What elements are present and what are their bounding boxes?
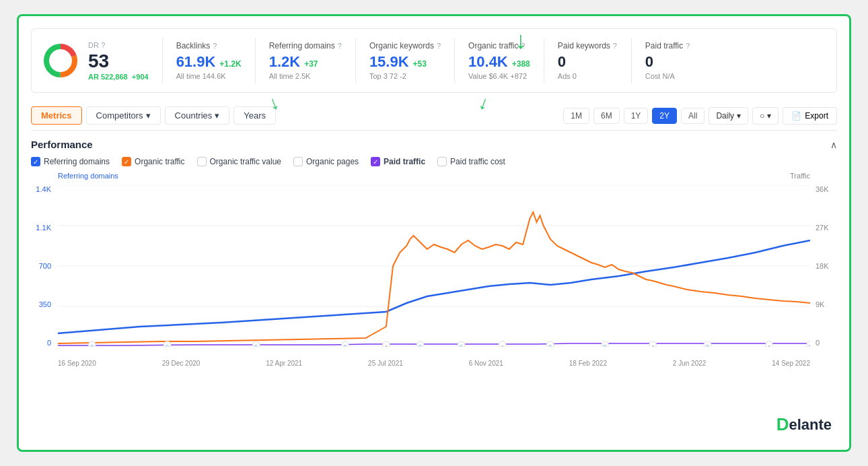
event-label: G (809, 344, 810, 347)
dr-ar-change: +904 (132, 73, 149, 81)
x-label-dec2020: 29 Dec 2020 (162, 360, 201, 367)
chart-legend: ✓ Referring domains ✓ Organic traffic Or… (31, 157, 837, 166)
compare-dropdown[interactable]: ○ ▾ (752, 107, 779, 125)
event-label: G (604, 344, 607, 347)
tab-metrics[interactable]: Metrics (31, 106, 82, 125)
performance-chart: Referring domains Traffic 1.4K 1.1K 700 … (31, 172, 837, 367)
time-2y-btn[interactable]: 2Y (652, 108, 677, 124)
legend-referring-domains[interactable]: ✓ Referring domains (31, 157, 110, 166)
paid-keywords-label: Paid keywords ? (558, 41, 618, 51)
legend-check-referring-domains: ✓ (31, 157, 40, 166)
organic-keywords-label: Organic keywords ? (369, 41, 441, 51)
organic-traffic-main: 10.4K +388 (468, 53, 530, 71)
backlinks-info-icon[interactable]: ? (213, 42, 217, 50)
paid-traffic-info-icon[interactable]: ? (686, 42, 690, 50)
paid-traffic-metric: Paid traffic ? 0 Cost N/A (632, 38, 719, 83)
legend-organic-traffic-value[interactable]: Organic traffic value (197, 157, 282, 166)
tab-countries[interactable]: Countries ▾ (165, 106, 230, 125)
y-right-18k: 18K (816, 262, 837, 270)
backlinks-value: 61.9K (176, 53, 216, 71)
paid-keywords-info-icon[interactable]: ? (613, 42, 617, 50)
dr-donut-chart (42, 42, 79, 79)
time-1m-btn[interactable]: 1M (563, 108, 589, 124)
paid-traffic-label: Paid traffic ? (645, 41, 706, 51)
tab-right-group: 1M 6M 1Y 2Y All Daily ▾ ○ ▾ 📄 Export (563, 107, 837, 125)
y-left-1.1k: 1.1K (31, 224, 51, 232)
dr-value: 53 (88, 51, 149, 72)
event-label: G (548, 344, 552, 347)
daily-dropdown[interactable]: Daily ▾ (709, 107, 748, 125)
right-axis-label: Traffic (790, 172, 810, 180)
export-button[interactable]: 📄 Export (783, 107, 837, 125)
legend-paid-traffic[interactable]: ✓ Paid traffic (371, 157, 425, 166)
tab-years[interactable]: Years (233, 106, 276, 125)
event-label: G (706, 344, 709, 347)
tab-bar: Metrics Competitors ▾ Countries ▾ Years … (31, 101, 837, 131)
legend-check-paid-traffic-cost (437, 157, 447, 166)
referring-domains-label: Referring domains ? (269, 41, 342, 51)
paid-traffic-value: 0 (645, 53, 653, 71)
paid-keywords-value: 0 (558, 53, 566, 71)
y-axis-left: 1.4K 1.1K 700 350 0 (31, 185, 55, 347)
organic-traffic-sub: Value $6.4K +872 (468, 72, 530, 80)
daily-chevron-icon: ▾ (737, 111, 741, 121)
dr-label: DR ? (88, 40, 149, 50)
legend-check-paid-traffic: ✓ (371, 157, 380, 166)
legend-check-organic-pages (293, 157, 303, 166)
event-label: G (344, 344, 347, 347)
event-label: G (460, 344, 463, 347)
chart-svg-container: G G G G a G G a G (58, 185, 810, 347)
legend-organic-pages[interactable]: Organic pages (293, 157, 359, 166)
referring-domains-main: 1.2K +37 (269, 53, 342, 71)
dr-info-icon[interactable]: ? (101, 41, 105, 49)
left-axis-label: Referring domains (58, 172, 118, 180)
organic-keywords-info-icon[interactable]: ? (437, 42, 441, 50)
x-label-sep2022: 14 Sep 2022 (772, 360, 810, 367)
time-6m-btn[interactable]: 6M (593, 108, 620, 124)
referring-domains-metric: Referring domains ? 1.2K +37 All time 2.… (256, 38, 356, 83)
y-left-350: 350 (31, 300, 51, 308)
legend-paid-traffic-cost[interactable]: Paid traffic cost (437, 157, 505, 166)
export-icon: 📄 (791, 111, 801, 121)
main-container: ↓ DR ? 53 AR 522,868 +9 (17, 14, 851, 452)
organic-traffic-change: +388 (512, 59, 530, 69)
compare-icon: ○ (760, 111, 764, 121)
time-1y-btn[interactable]: 1Y (624, 108, 649, 124)
competitors-chevron-icon: ▾ (146, 110, 151, 121)
x-label-nov2021: 6 Nov 2021 (469, 360, 503, 367)
y-left-700: 700 (31, 262, 51, 270)
backlinks-metric: Backlinks ? 61.9K +1.2K All time 144.6K (163, 38, 256, 83)
organic-keywords-sub: Top 3 72 -2 (369, 72, 441, 80)
y-left-0: 0 (31, 339, 51, 347)
dr-ar: AR 522,868 +904 (88, 73, 149, 81)
x-label-apr2021: 12 Apr 2021 (266, 360, 302, 367)
chart-axis-labels: Referring domains Traffic (58, 172, 810, 180)
x-label-jun2022: 2 Jun 2022 (673, 360, 707, 367)
metrics-card: DR ? 53 AR 522,868 +904 Backlinks ? 61.9… (31, 28, 837, 93)
referring-domains-line (58, 240, 810, 333)
event-label: G (419, 344, 422, 347)
y-right-36k: 36K (816, 185, 837, 193)
legend-check-organic-traffic-value (197, 157, 207, 166)
backlinks-main: 61.9K +1.2K (176, 53, 242, 71)
performance-header: Performance ∧ (31, 139, 837, 150)
dr-metric: DR ? 53 AR 522,868 +904 (42, 38, 163, 83)
performance-collapse-btn[interactable]: ∧ (830, 139, 837, 150)
referring-domains-info-icon[interactable]: ? (338, 42, 342, 50)
tab-competitors[interactable]: Competitors ▾ (86, 106, 161, 125)
top-arrow-annotation: ↓ (515, 28, 527, 53)
y-axis-right: 36K 27K 18K 9K 0 (813, 185, 837, 347)
compare-chevron-icon: ▾ (767, 111, 771, 121)
delante-rest: elante (789, 416, 832, 434)
countries-chevron-icon: ▾ (215, 110, 219, 121)
referring-domains-change: +37 (304, 59, 318, 69)
event-label: G (166, 344, 169, 347)
delante-logo: D elante (776, 414, 832, 435)
time-all-btn[interactable]: All (681, 108, 704, 124)
backlinks-change: +1.2K (219, 59, 241, 69)
referring-domains-value: 1.2K (269, 53, 300, 71)
y-right-9k: 9K (816, 300, 837, 308)
legend-check-organic-traffic: ✓ (122, 157, 131, 166)
legend-organic-traffic[interactable]: ✓ Organic traffic (122, 157, 184, 166)
x-axis-labels: 16 Sep 2020 29 Dec 2020 12 Apr 2021 25 J… (58, 360, 810, 367)
